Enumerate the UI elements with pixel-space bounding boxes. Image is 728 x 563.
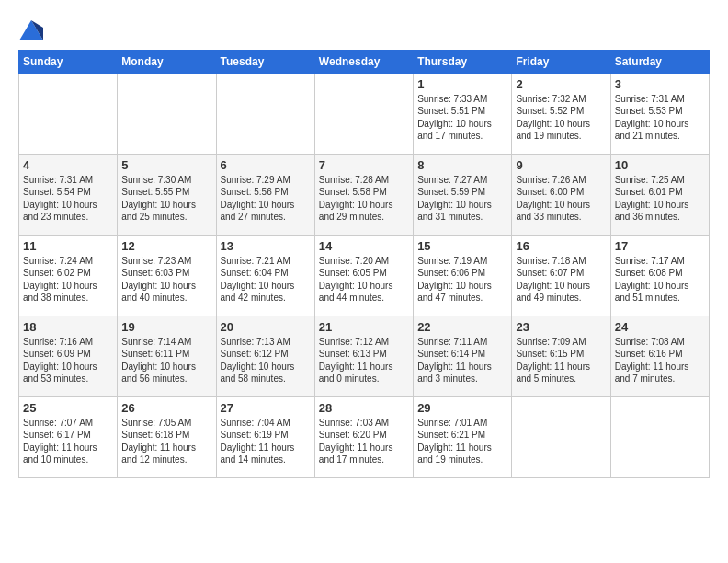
day-number: 20	[221, 320, 311, 334]
day-detail: Sunrise: 7:16 AM Sunset: 6:09 PM Dayligh…	[23, 336, 113, 385]
calendar-week-row: 1Sunrise: 7:33 AM Sunset: 5:51 PM Daylig…	[19, 73, 710, 154]
calendar-cell: 20Sunrise: 7:13 AM Sunset: 6:12 PM Dayli…	[216, 316, 314, 396]
calendar-cell: 14Sunrise: 7:20 AM Sunset: 6:05 PM Dayli…	[314, 235, 413, 316]
weekday-header: Tuesday	[216, 50, 314, 73]
logo-icon	[19, 20, 43, 40]
day-detail: Sunrise: 7:24 AM Sunset: 6:02 PM Dayligh…	[23, 255, 113, 304]
weekday-header: Saturday	[610, 50, 709, 73]
day-detail: Sunrise: 7:03 AM Sunset: 6:20 PM Dayligh…	[319, 417, 409, 466]
logo	[18, 18, 43, 40]
calendar-cell: 15Sunrise: 7:19 AM Sunset: 6:06 PM Dayli…	[414, 235, 512, 316]
day-detail: Sunrise: 7:30 AM Sunset: 5:55 PM Dayligh…	[121, 174, 211, 224]
day-number: 16	[516, 239, 606, 253]
day-detail: Sunrise: 7:14 AM Sunset: 6:11 PM Dayligh…	[121, 336, 211, 385]
day-detail: Sunrise: 7:07 AM Sunset: 6:17 PM Dayligh…	[23, 417, 113, 466]
day-detail: Sunrise: 7:26 AM Sunset: 6:00 PM Dayligh…	[516, 174, 606, 224]
day-number: 27	[221, 401, 311, 415]
calendar-week-row: 18Sunrise: 7:16 AM Sunset: 6:09 PM Dayli…	[19, 316, 710, 396]
day-detail: Sunrise: 7:18 AM Sunset: 6:07 PM Dayligh…	[516, 255, 606, 304]
day-number: 5	[121, 158, 211, 172]
calendar-cell: 22Sunrise: 7:11 AM Sunset: 6:14 PM Dayli…	[414, 316, 512, 396]
day-number: 19	[121, 320, 211, 334]
weekday-header: Monday	[118, 50, 216, 73]
calendar-cell: 16Sunrise: 7:18 AM Sunset: 6:07 PM Dayli…	[512, 235, 610, 316]
day-number: 29	[417, 401, 507, 415]
calendar-cell: 12Sunrise: 7:23 AM Sunset: 6:03 PM Dayli…	[118, 235, 216, 316]
calendar-cell: 4Sunrise: 7:31 AM Sunset: 5:54 PM Daylig…	[19, 154, 118, 235]
day-detail: Sunrise: 7:13 AM Sunset: 6:12 PM Dayligh…	[221, 336, 311, 385]
day-detail: Sunrise: 7:19 AM Sunset: 6:06 PM Dayligh…	[417, 255, 507, 304]
day-detail: Sunrise: 7:09 AM Sunset: 6:15 PM Dayligh…	[516, 336, 606, 385]
day-detail: Sunrise: 7:29 AM Sunset: 5:56 PM Dayligh…	[221, 174, 311, 224]
day-number: 11	[23, 239, 113, 253]
calendar-cell: 9Sunrise: 7:26 AM Sunset: 6:00 PM Daylig…	[512, 154, 610, 235]
calendar-cell: 24Sunrise: 7:08 AM Sunset: 6:16 PM Dayli…	[610, 316, 709, 396]
day-number: 14	[319, 239, 409, 253]
day-detail: Sunrise: 7:32 AM Sunset: 5:52 PM Dayligh…	[516, 93, 606, 143]
day-number: 8	[417, 158, 507, 172]
day-detail: Sunrise: 7:31 AM Sunset: 5:53 PM Dayligh…	[615, 93, 705, 143]
day-number: 1	[417, 77, 507, 91]
calendar-cell	[19, 73, 118, 154]
day-number: 18	[23, 320, 113, 334]
calendar-cell: 10Sunrise: 7:25 AM Sunset: 6:01 PM Dayli…	[610, 154, 709, 235]
day-detail: Sunrise: 7:23 AM Sunset: 6:03 PM Dayligh…	[121, 255, 211, 304]
day-detail: Sunrise: 7:21 AM Sunset: 6:04 PM Dayligh…	[221, 255, 311, 304]
calendar-cell: 28Sunrise: 7:03 AM Sunset: 6:20 PM Dayli…	[314, 396, 413, 477]
day-detail: Sunrise: 7:25 AM Sunset: 6:01 PM Dayligh…	[615, 174, 705, 224]
day-number: 3	[615, 77, 705, 91]
calendar-cell: 23Sunrise: 7:09 AM Sunset: 6:15 PM Dayli…	[512, 316, 610, 396]
page-header	[18, 18, 710, 40]
calendar-cell: 26Sunrise: 7:05 AM Sunset: 6:18 PM Dayli…	[118, 396, 216, 477]
calendar-cell: 29Sunrise: 7:01 AM Sunset: 6:21 PM Dayli…	[414, 396, 512, 477]
day-number: 21	[319, 320, 409, 334]
calendar-cell	[216, 73, 314, 154]
calendar-cell: 8Sunrise: 7:27 AM Sunset: 5:59 PM Daylig…	[414, 154, 512, 235]
calendar-cell: 13Sunrise: 7:21 AM Sunset: 6:04 PM Dayli…	[216, 235, 314, 316]
weekday-header: Thursday	[414, 50, 512, 73]
day-detail: Sunrise: 7:28 AM Sunset: 5:58 PM Dayligh…	[319, 174, 409, 224]
day-number: 23	[516, 320, 606, 334]
day-number: 24	[615, 320, 705, 334]
day-number: 13	[221, 239, 311, 253]
day-detail: Sunrise: 7:33 AM Sunset: 5:51 PM Dayligh…	[417, 93, 507, 143]
calendar-cell: 18Sunrise: 7:16 AM Sunset: 6:09 PM Dayli…	[19, 316, 118, 396]
day-detail: Sunrise: 7:11 AM Sunset: 6:14 PM Dayligh…	[417, 336, 507, 385]
day-number: 26	[121, 401, 211, 415]
day-number: 7	[319, 158, 409, 172]
calendar-cell: 19Sunrise: 7:14 AM Sunset: 6:11 PM Dayli…	[118, 316, 216, 396]
weekday-header: Friday	[512, 50, 610, 73]
day-number: 4	[23, 158, 113, 172]
calendar-cell	[512, 396, 610, 477]
calendar-cell: 1Sunrise: 7:33 AM Sunset: 5:51 PM Daylig…	[414, 73, 512, 154]
day-number: 2	[516, 77, 606, 91]
day-number: 15	[417, 239, 507, 253]
day-detail: Sunrise: 7:17 AM Sunset: 6:08 PM Dayligh…	[615, 255, 705, 304]
calendar-cell: 17Sunrise: 7:17 AM Sunset: 6:08 PM Dayli…	[610, 235, 709, 316]
day-number: 12	[121, 239, 211, 253]
day-number: 17	[615, 239, 705, 253]
calendar-week-row: 4Sunrise: 7:31 AM Sunset: 5:54 PM Daylig…	[19, 154, 710, 235]
day-detail: Sunrise: 7:08 AM Sunset: 6:16 PM Dayligh…	[615, 336, 705, 385]
day-number: 28	[319, 401, 409, 415]
calendar-cell: 21Sunrise: 7:12 AM Sunset: 6:13 PM Dayli…	[314, 316, 413, 396]
day-number: 9	[516, 158, 606, 172]
calendar-cell: 27Sunrise: 7:04 AM Sunset: 6:19 PM Dayli…	[216, 396, 314, 477]
weekday-header: Sunday	[19, 50, 118, 73]
calendar-cell: 3Sunrise: 7:31 AM Sunset: 5:53 PM Daylig…	[610, 73, 709, 154]
day-number: 22	[417, 320, 507, 334]
day-detail: Sunrise: 7:01 AM Sunset: 6:21 PM Dayligh…	[417, 417, 507, 466]
calendar-week-row: 25Sunrise: 7:07 AM Sunset: 6:17 PM Dayli…	[19, 396, 710, 477]
calendar-cell: 6Sunrise: 7:29 AM Sunset: 5:56 PM Daylig…	[216, 154, 314, 235]
day-detail: Sunrise: 7:05 AM Sunset: 6:18 PM Dayligh…	[121, 417, 211, 466]
day-detail: Sunrise: 7:20 AM Sunset: 6:05 PM Dayligh…	[319, 255, 409, 304]
day-number: 10	[615, 158, 705, 172]
day-number: 25	[23, 401, 113, 415]
day-detail: Sunrise: 7:04 AM Sunset: 6:19 PM Dayligh…	[221, 417, 311, 466]
calendar-cell: 5Sunrise: 7:30 AM Sunset: 5:55 PM Daylig…	[118, 154, 216, 235]
calendar-cell	[314, 73, 413, 154]
calendar-cell	[610, 396, 709, 477]
calendar-cell: 2Sunrise: 7:32 AM Sunset: 5:52 PM Daylig…	[512, 73, 610, 154]
calendar-cell: 25Sunrise: 7:07 AM Sunset: 6:17 PM Dayli…	[19, 396, 118, 477]
calendar-header-row: SundayMondayTuesdayWednesdayThursdayFrid…	[19, 50, 710, 73]
